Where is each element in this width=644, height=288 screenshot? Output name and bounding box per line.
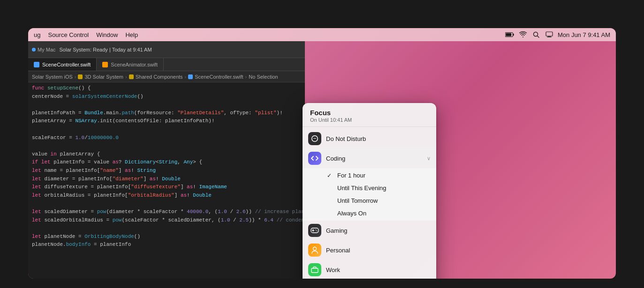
submenu-until-tomorrow[interactable]: ✓ Until Tomorrow	[303, 194, 436, 207]
battery-icon[interactable]	[505, 30, 515, 39]
code-line: let planetNode = OrbitingBodyNode()	[28, 233, 305, 241]
code-line: value in planetArray {	[28, 150, 305, 159]
personal-icon	[308, 244, 321, 257]
device-dot	[32, 48, 36, 52]
svg-rect-7	[547, 37, 552, 37]
submenu-label: Until Tomorrow	[337, 197, 378, 204]
coding-chevron: ∨	[427, 155, 431, 162]
build-status: Solar System: Ready | Today at 9:41 AM	[60, 47, 152, 52]
work-label: Work	[326, 266, 431, 273]
breadcrumb-part-3[interactable]: Shared Components	[129, 74, 183, 80]
menu-bar-right: Mon Jun 7 9:41 AM	[505, 30, 610, 39]
coding-icon	[308, 152, 321, 165]
focus-item-personal[interactable]: Personal	[303, 240, 436, 260]
code-line: func setupScene() {	[28, 84, 305, 93]
swift-file-icon-2	[102, 62, 108, 67]
submenu-for-1-hour[interactable]: ✓ For 1 hour	[303, 169, 436, 182]
menu-bar: ug Source Control Window Help	[28, 28, 616, 41]
do-not-disturb-icon	[308, 132, 321, 145]
submenu-label: Until This Evening	[337, 185, 386, 192]
svg-point-13	[313, 247, 317, 251]
device-name: My Mac	[38, 47, 56, 52]
focus-item-coding[interactable]: Coding ∨	[303, 148, 436, 168]
code-line: let orbitalRadius = planetInfo["orbitalR…	[28, 192, 305, 200]
device-indicator: My Mac	[32, 47, 56, 52]
code-line	[28, 126, 305, 134]
xcode-tabs: SceneController.swift SceneAnimator.swif…	[28, 58, 305, 71]
focus-title: Focus	[310, 109, 429, 117]
submenu-label: Always On	[337, 210, 366, 217]
code-editor: func setupScene() { centerNode = solarSy…	[28, 82, 305, 279]
code-line	[28, 101, 305, 109]
breadcrumb-part-5: No Selection	[249, 74, 278, 80]
screen-container: ug Source Control Window Help	[28, 28, 616, 279]
code-line: if let planetInfo = value as? Dictionary…	[28, 158, 305, 167]
code-line: centerNode = solarSystemCenterNode()	[28, 93, 305, 101]
breadcrumb-part-4[interactable]: SceneController.swift	[188, 74, 243, 80]
code-line: let diffuseTexture = planetInfo["diffuse…	[28, 183, 305, 192]
breadcrumb-sep-3: ›	[185, 74, 187, 80]
tab-scene-animator[interactable]: SceneAnimator.swift	[97, 58, 164, 71]
code-line	[28, 142, 305, 150]
coding-label: Coding	[326, 155, 427, 162]
code-line: let scaledDiameter = pow(diameter * scal…	[28, 208, 305, 216]
menu-bar-left: ug Source Control Window Help	[34, 31, 138, 38]
code-line: planetArray = NSArray.init(contentsOfFil…	[28, 117, 305, 126]
focus-item-do-not-disturb[interactable]: Do Not Disturb	[303, 129, 436, 148]
swift-file-icon	[34, 62, 39, 67]
xcode-toolbar: My Mac Solar System: Ready | Today at 9:…	[28, 41, 305, 58]
svg-rect-14	[311, 268, 318, 273]
menu-item-help[interactable]: Help	[125, 31, 138, 38]
tab-scene-controller[interactable]: SceneController.swift	[28, 58, 97, 71]
focus-item-work[interactable]: Work	[303, 260, 436, 279]
submenu-always-on[interactable]: ✓ Always On	[303, 207, 436, 220]
menu-bar-clock: Mon Jun 7 9:41 AM	[558, 31, 610, 38]
focus-list: Do Not Disturb Coding ∨ ✓ For 1 hour	[303, 127, 436, 279]
svg-rect-2	[506, 33, 511, 36]
code-line: let diameter = planetInfo["diameter"] as…	[28, 175, 305, 184]
svg-line-4	[537, 36, 539, 38]
breadcrumb-sep-4: ›	[245, 74, 247, 80]
breadcrumb-part-1[interactable]: Solar System iOS	[32, 74, 73, 80]
svg-rect-1	[513, 34, 514, 36]
code-line: scaleFactor = 1.0/10000000.0	[28, 134, 305, 142]
code-line: let name = planetInfo["name"] as! String	[28, 167, 305, 175]
code-line: let scaledOrbitalRadius = pow(scaleFacto…	[28, 216, 305, 225]
code-line	[28, 199, 305, 208]
svg-rect-5	[546, 32, 553, 36]
do-not-disturb-label: Do Not Disturb	[326, 135, 431, 142]
menu-item-source-control[interactable]: Source Control	[48, 31, 89, 38]
personal-label: Personal	[326, 247, 431, 254]
submenu-until-this-evening[interactable]: ✓ Until This Evening	[303, 182, 436, 194]
tab-label: SceneController.swift	[42, 62, 91, 67]
code-line	[28, 224, 305, 233]
xcode-window: My Mac Solar System: Ready | Today at 9:…	[28, 41, 305, 279]
breadcrumb-part-2[interactable]: 3D Solar System	[78, 74, 123, 80]
check-icon: ✓	[327, 172, 333, 179]
work-icon	[308, 263, 321, 276]
focus-item-gaming[interactable]: Gaming	[303, 221, 436, 240]
code-line: planetInfoPath = Bundle.main.path(forRes…	[28, 109, 305, 118]
gaming-label: Gaming	[326, 227, 431, 234]
breadcrumb-sep-1: ›	[75, 74, 76, 80]
svg-point-12	[317, 230, 318, 231]
submenu-label: For 1 hour	[337, 172, 365, 179]
focus-header: Focus On Until 10:41 AM	[303, 103, 436, 127]
wifi-icon[interactable]	[518, 30, 528, 39]
tab-label-2: SceneAnimator.swift	[111, 62, 158, 67]
breadcrumb-sep-2: ›	[125, 74, 127, 80]
code-line: planetNode.bodyInfo = planetInfo	[28, 241, 305, 249]
screen-mirroring-icon[interactable]	[545, 30, 554, 39]
focus-subtitle: On Until 10:41 AM	[310, 117, 429, 123]
menu-item-window[interactable]: Window	[96, 31, 118, 38]
gaming-icon	[308, 224, 321, 237]
coding-submenu: ✓ For 1 hour ✓ Until This Evening ✓ Unti…	[303, 168, 436, 221]
breadcrumb: Solar System iOS › 3D Solar System › Sha…	[28, 71, 305, 82]
menu-item-debug[interactable]: ug	[34, 31, 40, 38]
search-icon[interactable]	[531, 30, 541, 39]
focus-panel: Focus On Until 10:41 AM Do Not Disturb	[303, 103, 436, 279]
svg-point-11	[316, 229, 317, 230]
